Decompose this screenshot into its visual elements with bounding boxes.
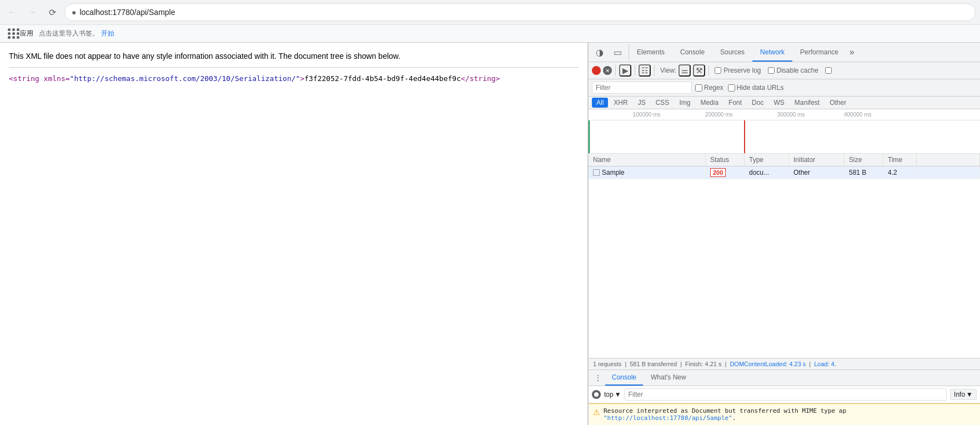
filter-button[interactable]: ☷ — [639, 64, 651, 77]
disable-cache-checkbox[interactable] — [768, 67, 775, 74]
type-tab-xhr[interactable]: XHR — [609, 98, 632, 108]
col-waterfall[interactable] — [917, 154, 980, 166]
type-tab-all[interactable]: All — [592, 98, 608, 108]
devtools-panel: ◑ ▭ Elements Console Sources Network Per… — [588, 43, 980, 425]
tab-performance[interactable]: Performance — [792, 44, 846, 62]
toolbar-separator-4 — [708, 65, 709, 76]
extra-checkbox[interactable] — [825, 67, 832, 74]
regex-option[interactable]: Regex — [695, 84, 723, 92]
cell-type: docu... — [745, 166, 789, 179]
type-tab-js[interactable]: JS — [634, 98, 650, 108]
disable-cache-checkbox-label[interactable]: Disable cache — [768, 67, 818, 74]
filter-input[interactable] — [592, 82, 692, 94]
console-level-dropdown[interactable]: Info ▼ — [950, 389, 977, 400]
col-status[interactable]: Status — [706, 154, 745, 166]
preserve-log-label: Preserve log — [723, 67, 761, 74]
type-tab-font[interactable]: Font — [724, 98, 746, 108]
status-dom-content-loaded[interactable]: DOMContentLoaded: 4.23 s — [730, 361, 806, 367]
console-dropdown-chevron-icon: ▼ — [615, 391, 621, 398]
status-load[interactable]: Load: 4. — [814, 361, 836, 367]
status-sep-2: | — [680, 361, 682, 367]
tab-sources[interactable]: Sources — [712, 44, 752, 62]
tab-network[interactable]: Network — [752, 44, 792, 62]
xml-open-tag: <string xmlns= — [9, 74, 70, 83]
devtools-statusbar: 1 requests | 581 B transferred | Finish:… — [589, 358, 980, 370]
tab-whats-new[interactable]: What's New — [644, 370, 693, 386]
view-list-button[interactable]: ⚌ — [679, 64, 691, 77]
view-label: View: — [660, 67, 676, 74]
console-warning-link[interactable]: "http://localhost:17780/api/Sample" — [604, 414, 732, 422]
main-area: This XML file does not appear to have an… — [0, 43, 980, 425]
timeline-bar-area — [589, 120, 980, 153]
type-tab-doc[interactable]: Doc — [747, 98, 768, 108]
network-toolbar: ✕ ▶ ☷ View: ⚌ ⚒ Preserve log Disable cac… — [589, 62, 980, 79]
console-level-label: Info — [954, 391, 965, 398]
col-size[interactable]: Size — [845, 154, 883, 166]
timeline-ruler: 100000 ms 200000 ms 300000 ms 400000 ms — [589, 109, 980, 120]
tick-200000: 200000 ms — [705, 112, 732, 118]
status-requests: 1 requests — [593, 361, 621, 367]
type-tab-img[interactable]: Img — [675, 98, 695, 108]
xml-end-tag: </string> — [461, 74, 500, 83]
inspect-element-button[interactable]: ◑ — [592, 44, 607, 60]
console-context-dropdown[interactable]: top ▼ — [604, 391, 621, 398]
status-sep-4: | — [809, 361, 811, 367]
hide-data-urls-option[interactable]: Hide data URLs — [728, 84, 784, 92]
bookmark-start-link[interactable]: 开始 — [101, 29, 114, 38]
address-text: localhost:17780/api/Sample — [79, 8, 968, 17]
address-bar[interactable]: ● localhost:17780/api/Sample — [64, 3, 976, 21]
device-toolbar-button[interactable]: ▭ — [610, 44, 625, 60]
row-checkbox[interactable] — [593, 169, 600, 176]
status-transferred: 581 B transferred — [630, 361, 677, 367]
apps-label: 应用 — [20, 29, 33, 38]
stop-icon — [594, 392, 599, 397]
type-tab-other[interactable]: Other — [825, 98, 851, 108]
disable-cache-label: Disable cache — [777, 67, 818, 74]
camera-button[interactable]: ▶ — [619, 64, 631, 77]
type-tab-ws[interactable]: WS — [769, 98, 788, 108]
tab-console[interactable]: Console — [672, 44, 712, 62]
console-message-area: ⚠ Resource interpreted as Document but t… — [589, 403, 980, 425]
forward-button[interactable]: → — [24, 4, 40, 20]
apps-grid-icon — [8, 28, 18, 39]
extra-checkbox-label[interactable] — [825, 67, 832, 74]
console-context-label: top — [604, 391, 614, 398]
hide-data-urls-checkbox[interactable] — [728, 84, 735, 92]
regex-checkbox[interactable] — [695, 84, 702, 92]
view-group-button[interactable]: ⚒ — [693, 64, 705, 77]
col-type[interactable]: Type — [745, 154, 789, 166]
preserve-log-checkbox-label[interactable]: Preserve log — [715, 67, 761, 74]
warning-icon: ⚠ — [593, 408, 600, 417]
console-stop-button[interactable] — [592, 390, 601, 399]
type-tab-css[interactable]: CSS — [651, 98, 674, 108]
back-button[interactable]: ← — [4, 4, 20, 20]
console-more-button[interactable]: ⋮ — [592, 371, 604, 384]
xml-notice: This XML file does not appear to have an… — [9, 52, 579, 68]
type-tab-manifest[interactable]: Manifest — [790, 98, 824, 108]
xml-text-value: f3f22052-7fdd-4b54-bd9f-4ed4e44bef9c — [304, 74, 461, 83]
status-sep-1: | — [625, 361, 626, 367]
table-row[interactable]: Sample 200 docu... Other 581 B 4.2 — [589, 166, 980, 179]
stop-button[interactable]: ✕ — [603, 66, 612, 75]
col-time[interactable]: Time — [883, 154, 917, 166]
console-level-chevron-icon: ▼ — [966, 391, 973, 398]
timeline-red-line — [744, 120, 745, 153]
xml-attr: "http://schemas.microsoft.com/2003/10/Se… — [70, 74, 300, 83]
type-tab-media[interactable]: Media — [696, 98, 723, 108]
tab-elements[interactable]: Elements — [629, 44, 672, 62]
tab-more-button[interactable]: » — [846, 43, 858, 62]
tab-console-bottom[interactable]: Console — [605, 370, 643, 386]
bookmarks-bar: 应用 点击这里导入书签。 开始 — [0, 24, 980, 42]
col-name[interactable]: Name — [589, 154, 706, 166]
bookmark-apps[interactable]: 应用 — [4, 27, 37, 40]
col-initiator[interactable]: Initiator — [789, 154, 845, 166]
hide-data-urls-label: Hide data URLs — [737, 84, 784, 92]
console-filter-input[interactable] — [625, 388, 947, 401]
tick-400000: 400000 ms — [844, 112, 871, 118]
checkbox-group: Preserve log Disable cache — [715, 67, 832, 74]
preserve-log-checkbox[interactable] — [715, 67, 721, 74]
refresh-button[interactable]: ⟳ — [44, 4, 60, 20]
tick-300000: 300000 ms — [777, 112, 805, 118]
record-button[interactable] — [592, 66, 601, 75]
cell-status: 200 — [706, 166, 745, 179]
